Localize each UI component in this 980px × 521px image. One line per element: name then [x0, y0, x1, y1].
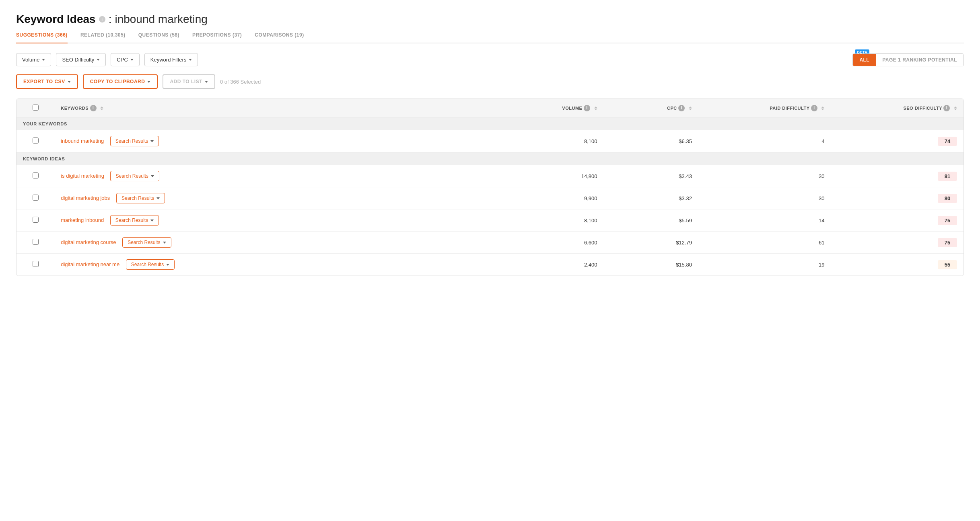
keyword-link[interactable]: digital marketing course [61, 239, 116, 245]
cpc-filter[interactable]: CPC [111, 53, 139, 66]
info-icon[interactable]: i [584, 105, 590, 111]
info-icon[interactable]: i [99, 16, 105, 23]
volume-filter[interactable]: Volume [16, 53, 51, 66]
paid-difficulty-cell: 30 [698, 187, 831, 209]
row-checkbox[interactable] [33, 261, 39, 267]
row-checkbox[interactable] [33, 239, 39, 245]
info-icon[interactable]: i [943, 105, 950, 111]
search-results-button[interactable]: Search Results [126, 259, 175, 270]
volume-cell: 2,400 [481, 254, 604, 276]
row-checkbox-cell[interactable] [16, 165, 54, 187]
th-paid-difficulty: PAID DIFFICULTY i [698, 99, 831, 117]
table-row: digital marketing near me Search Results… [16, 254, 964, 276]
seo-difficulty-value: 75 [938, 238, 957, 247]
info-icon[interactable]: i [90, 105, 97, 111]
seo-difficulty-value: 55 [938, 260, 957, 269]
table-row: digital marketing course Search Results … [16, 232, 964, 254]
info-icon[interactable]: i [678, 105, 685, 111]
table-header-row: KEYWORDS i VOLUME i CPC [16, 99, 964, 117]
seo-difficulty-cell: 81 [831, 165, 964, 187]
actions-row: EXPORT TO CSV COPY TO CLIPBOARD ADD TO L… [16, 74, 964, 89]
sort-icons[interactable] [594, 107, 597, 110]
title-separator: : [109, 13, 112, 26]
keyword-link[interactable]: digital marketing near me [61, 261, 119, 267]
chevron-down-icon [130, 59, 134, 61]
row-checkbox[interactable] [33, 195, 39, 201]
sort-icons[interactable] [100, 107, 103, 110]
keyword-link[interactable]: is digital marketing [61, 173, 104, 179]
search-results-button[interactable]: Search Results [116, 193, 165, 203]
keyword-cell: digital marketing near me Search Results [54, 254, 480, 276]
search-results-label: Search Results [121, 195, 154, 201]
row-checkbox[interactable] [33, 137, 39, 144]
export-csv-button[interactable]: EXPORT TO CSV [16, 74, 78, 89]
tab-prepositions[interactable]: PREPOSITIONS (37) [192, 32, 242, 43]
chevron-down-icon [42, 59, 45, 61]
keyword-link[interactable]: digital marketing jobs [61, 195, 110, 201]
th-seo-difficulty: SEO DIFFICULTY i [831, 99, 964, 117]
search-results-label: Search Results [115, 173, 148, 179]
title-keyword-ideas: Keyword Ideas [16, 13, 96, 26]
seo-difficulty-cell: 75 [831, 232, 964, 254]
page-title: Keyword Ideas i : inbound marketing [16, 13, 964, 26]
keyword-cell: is digital marketing Search Results [54, 165, 480, 187]
search-results-label: Search Results [115, 217, 148, 223]
volume-cell: 8,100 [481, 130, 604, 152]
sort-up-icon [594, 107, 597, 108]
sort-up-icon [821, 107, 824, 108]
keyword-link[interactable]: inbound marketing [61, 138, 104, 144]
copy-clipboard-button[interactable]: COPY TO CLIPBOARD [83, 74, 158, 89]
sort-icons[interactable] [954, 107, 957, 110]
search-results-button[interactable]: Search Results [122, 237, 171, 248]
keyword-filters[interactable]: Keyword Filters [144, 53, 198, 66]
volume-cell: 6,600 [481, 232, 604, 254]
select-all-header[interactable] [16, 99, 54, 117]
tab-suggestions[interactable]: SUGGESTIONS (366) [16, 32, 68, 43]
chevron-down-icon [166, 264, 169, 266]
keyword-cell: digital marketing course Search Results [54, 232, 480, 254]
search-results-button[interactable]: Search Results [110, 215, 159, 226]
view-page1-button[interactable]: PAGE 1 RANKING POTENTIAL [876, 54, 964, 66]
sort-up-icon [689, 107, 692, 108]
th-volume: VOLUME i [481, 99, 604, 117]
keyword-link[interactable]: marketing inbound [61, 217, 104, 223]
select-all-checkbox[interactable] [33, 105, 39, 111]
title-keyword: inbound marketing [115, 13, 207, 26]
row-checkbox-cell[interactable] [16, 209, 54, 232]
info-icon[interactable]: i [811, 105, 817, 111]
row-checkbox-cell[interactable] [16, 232, 54, 254]
cpc-cell: $5.59 [604, 209, 698, 232]
add-to-list-button[interactable]: ADD TO LIST [163, 74, 215, 89]
table-row: marketing inbound Search Results 8,100 $… [16, 209, 964, 232]
row-checkbox[interactable] [33, 217, 39, 223]
search-results-label: Search Results [128, 240, 160, 245]
chevron-down-icon [189, 59, 192, 61]
seo-difficulty-value: 75 [938, 216, 957, 225]
search-results-button[interactable]: Search Results [110, 136, 159, 146]
table-row: digital marketing jobs Search Results 9,… [16, 187, 964, 209]
row-checkbox[interactable] [33, 172, 39, 178]
th-keywords: KEYWORDS i [54, 99, 480, 117]
view-all-button[interactable]: ALL [853, 54, 876, 66]
volume-cell: 9,900 [481, 187, 604, 209]
sort-icons[interactable] [689, 107, 692, 110]
filters-row: Volume SEO Difficulty CPC Keyword Filter… [16, 53, 964, 66]
sort-icons[interactable] [821, 107, 824, 110]
row-checkbox-cell[interactable] [16, 130, 54, 152]
chevron-down-icon [147, 81, 150, 83]
paid-difficulty-cell: 61 [698, 232, 831, 254]
chevron-down-icon [150, 140, 154, 142]
row-checkbox-cell[interactable] [16, 187, 54, 209]
tab-questions[interactable]: QUESTIONS (58) [138, 32, 179, 43]
search-results-label: Search Results [131, 262, 164, 267]
seo-difficulty-filter[interactable]: SEO Difficulty [56, 53, 106, 66]
tab-comparisons[interactable]: COMPARISONS (19) [255, 32, 304, 43]
chevron-down-icon [150, 219, 154, 222]
keyword-cell: digital marketing jobs Search Results [54, 187, 480, 209]
search-results-button[interactable]: Search Results [110, 171, 159, 181]
seo-difficulty-cell: 55 [831, 254, 964, 276]
tab-related[interactable]: RELATED (10,305) [80, 32, 126, 43]
keyword-cell: marketing inbound Search Results [54, 209, 480, 232]
row-checkbox-cell[interactable] [16, 254, 54, 276]
chevron-down-icon [156, 197, 160, 199]
